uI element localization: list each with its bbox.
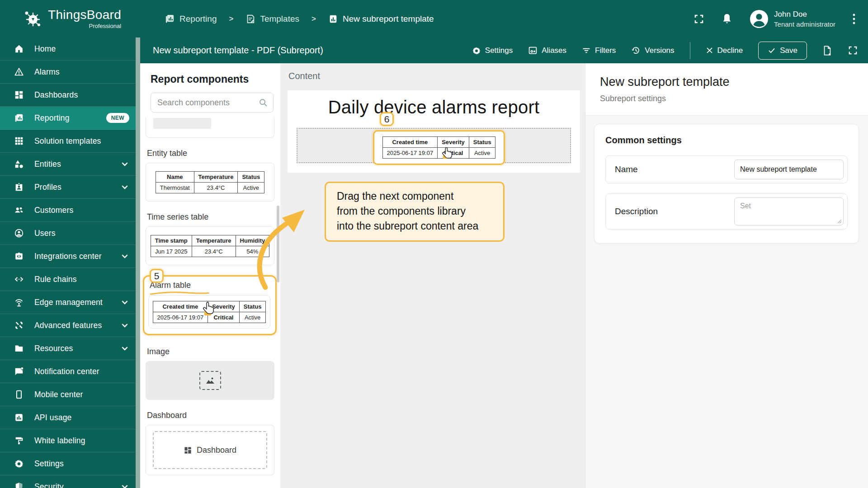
chevron-down-icon xyxy=(120,183,129,192)
scrolled-component-card[interactable] xyxy=(146,117,274,138)
sidebar-item-integrations-center[interactable]: Integrations center xyxy=(0,245,136,268)
description-field-row: Description xyxy=(605,193,848,230)
dashboard-component[interactable]: Dashboard xyxy=(146,425,274,475)
white-labeling-icon xyxy=(14,435,24,446)
chevron-down-icon xyxy=(120,482,129,488)
sidebar-item-alarms[interactable]: Alarms xyxy=(0,61,136,84)
decline-button[interactable]: Decline xyxy=(706,46,743,55)
sidebar-item-notification-center[interactable]: Notification center xyxy=(0,360,136,383)
hand-cursor-icon xyxy=(441,146,454,161)
entity-table-label: Entity table xyxy=(147,149,274,158)
brand-name: ThingsBoard xyxy=(48,9,121,21)
sidebar-item-rule-chains[interactable]: Rule chains xyxy=(0,268,136,291)
aliases-icon xyxy=(528,46,538,55)
expand-fullscreen-icon[interactable] xyxy=(848,45,858,56)
sidebar-item-profiles[interactable]: Profiles xyxy=(0,176,136,199)
sidebar-item-entities[interactable]: Entities xyxy=(0,153,136,176)
sidebar-item-dashboards[interactable]: Dashboards xyxy=(0,84,136,107)
image-label: Image xyxy=(147,347,274,357)
alarm-table-highlight: 5 Alarm table Created time Severity Stat… xyxy=(143,275,277,335)
breadcrumb-reporting[interactable]: Reporting xyxy=(165,14,217,24)
home-icon xyxy=(14,43,24,54)
alarm-table-label: Alarm table xyxy=(150,281,270,290)
report-page-preview[interactable]: Daily device alarms report Created time … xyxy=(288,90,580,173)
search-components-input[interactable] xyxy=(151,93,274,113)
components-scrollbar[interactable] xyxy=(277,206,279,282)
entity-table-component[interactable]: Name Temperature Status Thermostat 23.4°… xyxy=(146,163,274,202)
user-menu[interactable]: John Doe Tenant administrator xyxy=(750,9,835,28)
user-name: John Doe xyxy=(774,10,835,19)
brand-logo[interactable]: ThingsBoard Professional xyxy=(23,9,121,29)
sidebar-item-home[interactable]: Home xyxy=(0,38,136,61)
mobile-center-icon xyxy=(14,389,24,400)
sidebar-item-users[interactable]: Users xyxy=(0,222,136,245)
filter-icon xyxy=(582,46,591,55)
save-button[interactable]: Save xyxy=(758,42,807,60)
breadcrumb-separator: > xyxy=(311,14,316,23)
notification-center-icon xyxy=(14,366,24,377)
sidebar-item-mobile-center[interactable]: Mobile center xyxy=(0,383,136,406)
user-role: Tenant administrator xyxy=(774,20,835,28)
sidebar-item-settings[interactable]: Settings xyxy=(0,452,136,475)
close-icon xyxy=(706,47,713,54)
step-badge-6: 6 xyxy=(380,112,394,126)
common-settings-card: Common settings Name Description xyxy=(594,124,859,244)
generate-report-icon[interactable] xyxy=(822,45,832,56)
alarm-warning-icon xyxy=(14,66,24,77)
sidebar-item-white-labeling[interactable]: White labeling xyxy=(0,429,136,452)
filters-button[interactable]: Filters xyxy=(582,46,616,55)
sidebar-item-edge-management[interactable]: Edge management xyxy=(0,291,136,314)
sidebar-item-reporting[interactable]: Reporting NEW xyxy=(0,107,136,130)
notifications-bell-icon[interactable] xyxy=(722,13,732,25)
entity-table-preview: Name Temperature Status Thermostat 23.4°… xyxy=(156,171,264,193)
name-field-row: Name xyxy=(605,155,848,183)
templates-icon xyxy=(245,14,255,24)
details-title: New subreport template xyxy=(600,75,859,89)
name-input[interactable] xyxy=(734,160,844,179)
sidebar-item-advanced-features[interactable]: Advanced features xyxy=(0,314,136,337)
breadcrumb: Reporting > Templates > New subreport te… xyxy=(165,14,434,24)
report-components-panel: Report components Entity table Name Temp… xyxy=(140,63,280,488)
profiles-icon xyxy=(14,182,24,192)
sidebar-item-security[interactable]: Security xyxy=(0,475,136,488)
name-field-label: Name xyxy=(615,164,734,174)
sidebar-item-resources[interactable]: Resources xyxy=(0,337,136,360)
common-settings-title: Common settings xyxy=(605,135,848,145)
time-series-table-label: Time series table xyxy=(147,212,274,222)
hand-cursor-icon xyxy=(202,301,216,317)
api-usage-icon xyxy=(14,412,24,423)
security-shield-icon xyxy=(14,481,24,488)
aliases-button[interactable]: Aliases xyxy=(528,46,566,55)
chevron-down-icon xyxy=(120,344,129,353)
dropped-alarm-table-preview: Created time Severity Status 2025-06-17 … xyxy=(382,136,496,159)
more-menu-icon[interactable] xyxy=(853,13,855,25)
rule-chains-icon xyxy=(14,274,24,285)
top-header: ThingsBoard Professional Reporting > Tem… xyxy=(0,0,868,38)
components-panel-title: Report components xyxy=(151,73,273,85)
settings-button[interactable]: Settings xyxy=(472,46,513,55)
advanced-features-icon xyxy=(14,320,24,331)
sidebar-item-solution-templates[interactable]: Solution templates xyxy=(0,130,136,153)
description-textarea[interactable] xyxy=(734,197,844,225)
integrations-icon xyxy=(14,251,24,262)
thingsboard-logo-icon xyxy=(23,9,42,29)
fullscreen-icon[interactable] xyxy=(693,14,704,24)
image-component[interactable] xyxy=(146,361,274,400)
gear-icon xyxy=(472,46,481,55)
versions-button[interactable]: Versions xyxy=(631,46,674,55)
image-placeholder-icon xyxy=(199,371,221,390)
time-series-table-component[interactable]: Time stamp Temperature Humidity Jun 17 2… xyxy=(146,226,274,265)
sidebar-scrollbar[interactable] xyxy=(136,38,140,488)
breadcrumb-current[interactable]: New subreport template xyxy=(328,14,434,24)
content-section-label: Content xyxy=(280,63,585,81)
sidebar-item-api-usage[interactable]: API usage xyxy=(0,406,136,429)
step-badge-5: 5 xyxy=(150,269,164,283)
sidebar-item-customers[interactable]: Customers xyxy=(0,199,136,222)
brand-edition: Professional xyxy=(48,23,121,29)
breadcrumb-templates[interactable]: Templates xyxy=(245,14,299,24)
dashboard-grid-icon xyxy=(184,446,192,455)
component-drop-zone[interactable]: Created time Severity Status 2025-06-17 … xyxy=(297,128,571,163)
alarm-table-component[interactable]: Created time Severity Status 2025-06-17 … xyxy=(148,295,270,328)
new-badge: NEW xyxy=(106,113,129,123)
dropped-alarm-table[interactable]: Created time Severity Status 2025-06-17 … xyxy=(373,130,505,165)
